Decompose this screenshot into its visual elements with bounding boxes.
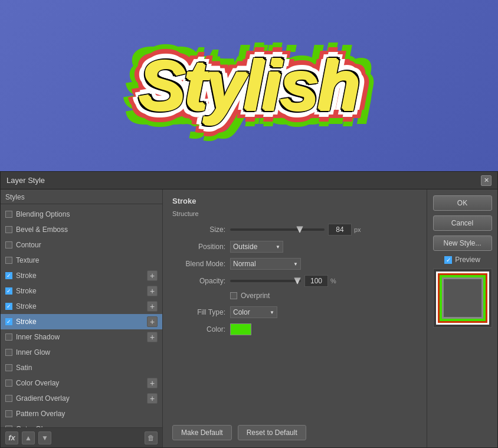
middle-panel: Stroke Structure Size: px Position: Outs…: [163, 189, 427, 447]
label-satin: Satin: [16, 364, 158, 372]
left-panel-list: Blending OptionsBevel & EmbossContourTex…: [1, 204, 162, 427]
size-row: Size: px: [172, 223, 417, 236]
checkbox-texture[interactable]: [5, 257, 12, 264]
opacity-slider-track[interactable]: [230, 280, 301, 282]
sidebar-item-stroke1[interactable]: ✓Stroke+: [1, 268, 162, 283]
preview-inner: [442, 277, 483, 319]
canvas-text: Stylish: [139, 45, 359, 126]
label-stroke2: Stroke: [16, 287, 147, 295]
color-swatch[interactable]: [230, 323, 251, 335]
fill-type-label: Fill Type:: [172, 308, 225, 316]
sidebar-item-stroke4[interactable]: ✓Stroke+: [1, 314, 162, 329]
add-btn-inner-shadow[interactable]: +: [147, 332, 158, 342]
opacity-slider-thumb[interactable]: [294, 277, 301, 285]
fx-button[interactable]: fx: [5, 431, 18, 444]
checkbox-satin[interactable]: [5, 364, 12, 371]
checkbox-gradient-overlay[interactable]: [5, 395, 12, 402]
size-unit: px: [354, 226, 361, 233]
checkbox-stroke3[interactable]: ✓: [5, 303, 12, 310]
size-slider-track[interactable]: [230, 228, 325, 231]
label-inner-glow: Inner Glow: [16, 348, 158, 357]
add-btn-stroke3[interactable]: +: [147, 301, 158, 312]
sidebar-item-texture[interactable]: Texture: [1, 253, 162, 268]
checkbox-stroke1[interactable]: ✓: [5, 272, 12, 279]
checkbox-contour[interactable]: [5, 241, 12, 248]
overprint-label: Overprint: [241, 292, 270, 300]
label-texture: Texture: [16, 256, 158, 264]
overprint-row: Overprint: [230, 292, 417, 300]
label-color-overlay: Color Overlay: [16, 379, 147, 387]
checkbox-stroke4[interactable]: ✓: [5, 318, 12, 325]
sidebar-item-inner-glow[interactable]: Inner Glow: [1, 345, 162, 360]
sidebar-item-color-overlay[interactable]: Color Overlay+: [1, 375, 162, 391]
label-bevel-emboss: Bevel & Emboss: [16, 225, 158, 234]
preview-checkbox[interactable]: ✓: [444, 256, 452, 264]
sub-section-title: Structure: [172, 210, 417, 217]
sidebar-item-gradient-overlay[interactable]: Gradient Overlay+: [1, 391, 162, 406]
checkbox-blending-options[interactable]: [5, 211, 12, 218]
fill-type-dropdown-arrow: ▼: [270, 310, 274, 315]
cancel-button[interactable]: Cancel: [433, 215, 492, 231]
position-row: Position: Outside ▼: [172, 240, 417, 253]
sidebar-item-bevel-emboss[interactable]: Bevel & Emboss: [1, 222, 162, 237]
left-panel-header: Styles: [1, 189, 162, 204]
fill-type-dropdown[interactable]: Color ▼: [230, 306, 277, 318]
color-row: Color:: [172, 323, 417, 336]
close-button[interactable]: ✕: [481, 175, 492, 186]
sidebar-item-stroke2[interactable]: ✓Stroke+: [1, 283, 162, 299]
move-down-button[interactable]: ▼: [38, 431, 51, 444]
checkbox-stroke2[interactable]: ✓: [5, 287, 12, 295]
size-input[interactable]: [328, 224, 352, 236]
label-pattern-overlay: Pattern Overlay: [16, 410, 158, 418]
opacity-label: Opacity:: [172, 277, 225, 285]
sidebar-item-blending-options[interactable]: Blending Options: [1, 207, 162, 222]
make-default-button[interactable]: Make Default: [172, 425, 232, 440]
size-label: Size:: [172, 225, 225, 234]
ok-button[interactable]: OK: [433, 195, 492, 211]
dialog-title: Layer Style: [6, 176, 45, 185]
preview-box: [433, 269, 492, 328]
left-panel-footer: fx ▲ ▼ 🗑: [1, 427, 162, 447]
move-up-button[interactable]: ▲: [22, 431, 35, 444]
add-btn-color-overlay[interactable]: +: [147, 378, 158, 388]
size-slider-thumb[interactable]: [296, 226, 303, 233]
label-contour: Contour: [16, 241, 158, 249]
left-panel: Styles Blending OptionsBevel & EmbossCon…: [1, 189, 163, 447]
add-btn-stroke2[interactable]: +: [147, 286, 158, 296]
sidebar-item-contour[interactable]: Contour: [1, 237, 162, 253]
position-dropdown[interactable]: Outside ▼: [230, 241, 283, 253]
layer-style-dialog: Layer Style ✕ Styles Blending OptionsBev…: [0, 171, 498, 448]
delete-button[interactable]: 🗑: [145, 431, 158, 444]
sidebar-item-stroke3[interactable]: ✓Stroke+: [1, 299, 162, 314]
checkbox-inner-glow[interactable]: [5, 349, 12, 356]
blend-mode-row: Blend Mode: Normal ▼: [172, 257, 417, 270]
label-gradient-overlay: Gradient Overlay: [16, 394, 147, 403]
overprint-checkbox[interactable]: [230, 292, 237, 299]
opacity-input[interactable]: [304, 275, 328, 287]
checkbox-color-overlay[interactable]: [5, 380, 12, 387]
position-label: Position:: [172, 243, 225, 251]
reset-to-default-button[interactable]: Reset to Default: [238, 425, 306, 440]
label-stroke3: Stroke: [16, 302, 147, 310]
checkbox-pattern-overlay[interactable]: [5, 410, 12, 417]
checkbox-inner-shadow[interactable]: [5, 333, 12, 341]
color-label: Color:: [172, 325, 225, 333]
add-btn-gradient-overlay[interactable]: +: [147, 393, 158, 404]
new-style-button[interactable]: New Style...: [433, 236, 492, 251]
sidebar-item-pattern-overlay[interactable]: Pattern Overlay: [1, 406, 162, 421]
preview-text: Preview: [455, 256, 480, 264]
label-stroke4: Stroke: [16, 318, 147, 326]
add-btn-stroke1[interactable]: +: [147, 270, 158, 281]
sidebar-item-inner-shadow[interactable]: Inner Shadow+: [1, 329, 162, 345]
opacity-unit: %: [330, 277, 336, 285]
sidebar-item-outer-glow[interactable]: Outer Glow: [1, 421, 162, 427]
fill-type-row: Fill Type: Color ▼: [172, 306, 417, 319]
label-stroke1: Stroke: [16, 272, 147, 280]
checkbox-bevel-emboss[interactable]: [5, 226, 12, 233]
add-btn-stroke4[interactable]: +: [147, 316, 158, 327]
dialog-titlebar: Layer Style ✕: [1, 172, 497, 189]
blend-mode-label: Blend Mode:: [172, 260, 225, 268]
blend-mode-dropdown-arrow: ▼: [293, 261, 298, 267]
blend-mode-dropdown[interactable]: Normal ▼: [230, 258, 301, 270]
sidebar-item-satin[interactable]: Satin: [1, 360, 162, 375]
